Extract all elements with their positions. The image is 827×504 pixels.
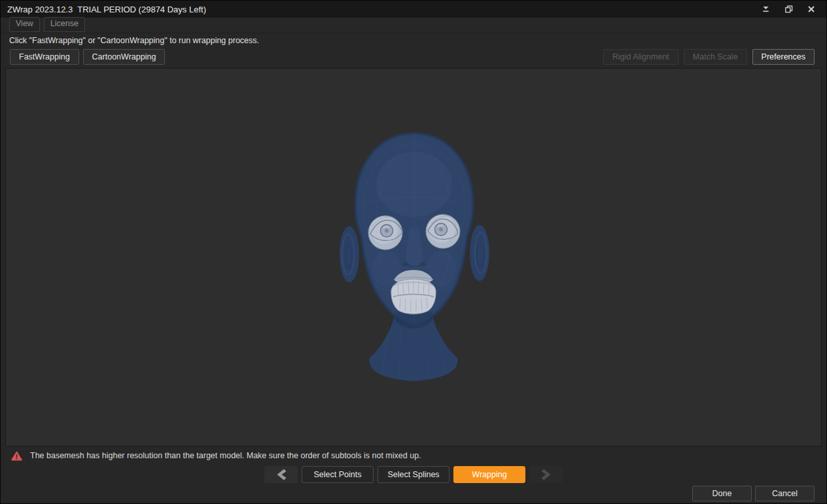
done-button[interactable]: Done — [692, 486, 752, 501]
stage-select-points-button[interactable]: Select Points — [302, 466, 374, 483]
minimize-icon — [762, 5, 770, 13]
right-eye — [426, 214, 460, 248]
instruction-text: Click "FastWrapping" or "CartoonWrapping… — [1, 33, 826, 47]
titlebar: ZWrap 2023.12.3 TRIAL PERIOD (29874 Days… — [1, 1, 826, 18]
tab-license[interactable]: License — [44, 17, 85, 32]
rigid-alignment-button[interactable]: Rigid Alignment — [603, 49, 678, 65]
teeth-and-lips — [391, 270, 436, 314]
fastwrapping-button[interactable]: FastWrapping — [10, 49, 79, 65]
preferences-button[interactable]: Preferences — [752, 49, 815, 65]
footer-actions: Done Cancel — [1, 484, 826, 503]
close-icon — [807, 5, 815, 13]
restore-icon — [784, 5, 793, 13]
viewport-3d[interactable] — [5, 68, 822, 446]
minimize-button[interactable] — [757, 3, 774, 16]
tab-view[interactable]: View — [9, 17, 40, 32]
chevron-left-icon — [273, 467, 290, 482]
warning-icon — [11, 451, 22, 461]
window-controls — [757, 3, 826, 16]
tab-bar: View License — [1, 18, 826, 33]
cartoonwrapping-button[interactable]: CartoonWrapping — [83, 49, 166, 65]
left-eye — [368, 216, 402, 250]
head-basemesh-model — [336, 129, 493, 388]
window-title: ZWrap 2023.12.3 TRIAL PERIOD (29874 Days… — [7, 5, 757, 14]
stage-wrapping-button[interactable]: Wrapping — [453, 466, 525, 483]
stage-navigation: Select Points Select Splines Wrapping — [1, 465, 826, 484]
cancel-button[interactable]: Cancel — [755, 486, 815, 501]
chevron-right-icon — [538, 467, 555, 482]
alignment-actions: Rigid Alignment Match Scale Preferences — [603, 49, 815, 68]
close-button[interactable] — [803, 3, 820, 16]
restore-button[interactable] — [780, 3, 797, 16]
stage-select-splines-button[interactable]: Select Splines — [378, 466, 449, 483]
toolbar: FastWrapping CartoonWrapping Rigid Align… — [1, 47, 826, 68]
wrapping-actions: FastWrapping CartoonWrapping — [10, 49, 165, 68]
warning-text: The basemesh has higher resolution than … — [30, 451, 421, 460]
warning-bar: The basemesh has higher resolution than … — [1, 446, 826, 465]
next-stage-button[interactable] — [529, 466, 563, 483]
match-scale-button[interactable]: Match Scale — [684, 49, 747, 65]
app-window: ZWrap 2023.12.3 TRIAL PERIOD (29874 Days… — [0, 0, 827, 504]
previous-stage-button[interactable] — [264, 466, 298, 483]
